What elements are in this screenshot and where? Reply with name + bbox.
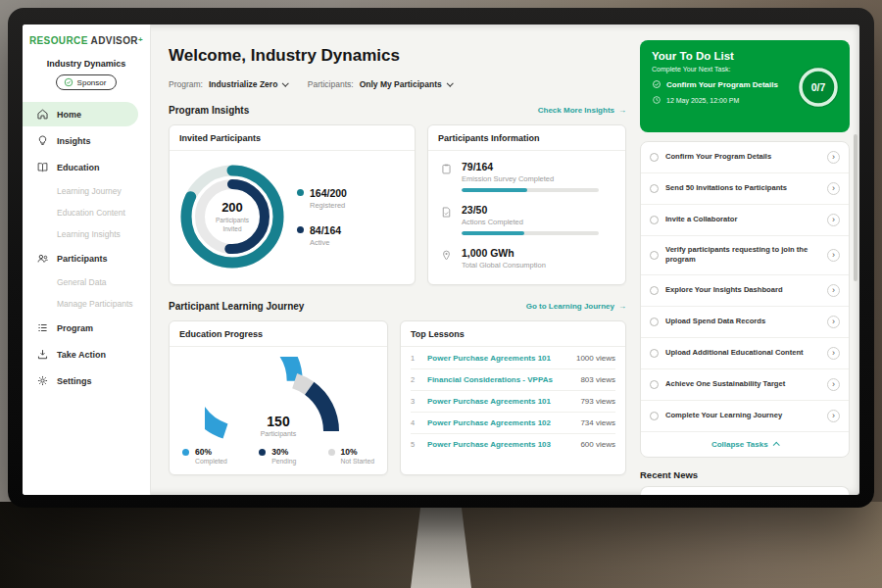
take-action-icon <box>36 348 49 361</box>
lesson-link[interactable]: Financial Considerations - VPPAs <box>427 375 571 384</box>
sidebar-item-education-content[interactable]: Education Content <box>23 203 150 222</box>
task-row[interactable]: Verify participants requesting to join t… <box>641 236 849 275</box>
check-circle-icon <box>652 79 662 89</box>
main-content: Welcome, Industry Dynamics Program: Indu… <box>151 24 640 495</box>
sidebar-item-learning-journey[interactable]: Learning Journey <box>23 181 150 201</box>
participants-select[interactable]: Only My Participants <box>360 79 453 89</box>
legend-dot <box>259 449 266 456</box>
sponsor-badge: Sponsor <box>56 74 118 90</box>
top-lessons-list: 1 Power Purchase Agreements 101 1000 vie… <box>401 347 625 459</box>
task-checkbox[interactable] <box>650 184 659 193</box>
stat-row: 1,000 GWh Total Global Consumption <box>440 247 613 274</box>
sidebar: RESOURCE ADVISOR+ Industry Dynamics Spon… <box>23 24 151 495</box>
lesson-row: 1 Power Purchase Agreements 101 1000 vie… <box>411 348 615 369</box>
org-name: Industry Dynamics <box>23 59 150 69</box>
task-list: Confirm Your Program Details › Send 50 I… <box>641 142 849 432</box>
task-chevron-icon[interactable]: › <box>827 347 840 360</box>
todo-next-task: Confirm Your Program Details <box>652 79 787 89</box>
task-row[interactable]: Achieve One Sustainability Target › <box>641 369 849 401</box>
task-chevron-icon[interactable]: › <box>827 249 840 262</box>
sidebar-item-program[interactable]: Program <box>23 316 150 340</box>
task-chevron-icon[interactable]: › <box>827 151 840 164</box>
sidebar-item-learning-insights[interactable]: Learning Insights <box>23 224 150 244</box>
todo-progress-ring: 0/7 <box>796 65 841 110</box>
lesson-row: 3 Power Purchase Agreements 101 793 view… <box>411 391 615 413</box>
invited-legend: 164/200 Registered 84/164 Active <box>297 187 347 247</box>
program-select[interactable]: Industrialize Zero <box>209 79 288 89</box>
participants-information-card: Participants Information 79/164 Emission… <box>427 124 626 285</box>
page-title: Welcome, Industry Dynamics <box>169 46 626 66</box>
lesson-link[interactable]: Power Purchase Agreements 101 <box>427 354 567 363</box>
chevron-down-icon <box>447 79 453 85</box>
collapse-tasks-button[interactable]: Collapse Tasks <box>641 432 849 457</box>
info-card-title: Participants Information <box>428 125 625 151</box>
todo-progress-text: 0/7 <box>796 65 841 110</box>
lesson-link[interactable]: Power Purchase Agreements 102 <box>427 418 571 427</box>
task-checkbox[interactable] <box>650 412 659 420</box>
lesson-link[interactable]: Power Purchase Agreements 103 <box>427 440 571 449</box>
go-to-learning-journey-link[interactable]: Go to Learning Journey → <box>526 302 626 311</box>
chevron-up-icon <box>773 442 779 448</box>
sidebar-item-settings[interactable]: Settings <box>23 368 150 393</box>
participants-icon <box>36 252 49 265</box>
legend-dot <box>182 449 189 456</box>
sidebar-item-take-action[interactable]: Take Action <box>23 342 150 367</box>
recent-news-title: Recent News <box>640 469 850 480</box>
program-insights-title: Program Insights <box>169 105 249 116</box>
task-checkbox[interactable] <box>650 251 659 260</box>
sponsor-label: Sponsor <box>77 78 107 87</box>
sidebar-nav: Home Insights Education Learning Journey… <box>23 102 150 393</box>
check-more-insights-link[interactable]: Check More Insights → <box>538 106 626 115</box>
lesson-row: 4 Power Purchase Agreements 102 734 view… <box>411 413 615 434</box>
task-checkbox[interactable] <box>650 380 659 389</box>
sidebar-item-home[interactable]: Home <box>23 102 138 126</box>
task-row[interactable]: Complete Your Learning Journey › <box>641 401 849 432</box>
participants-info-stats: 79/164 Emission Survey Completed 23/50 A… <box>428 151 625 284</box>
chevron-down-icon <box>282 79 288 85</box>
task-chevron-icon[interactable]: › <box>827 410 840 422</box>
monitor-bezel: RESOURCE ADVISOR+ Industry Dynamics Spon… <box>8 8 874 508</box>
task-chevron-icon[interactable]: › <box>827 182 840 195</box>
legend-dot <box>297 189 304 196</box>
location-pin-icon <box>440 247 453 274</box>
task-row[interactable]: Upload Additional Educational Content › <box>641 338 849 369</box>
task-checkbox[interactable] <box>650 216 659 224</box>
task-checkbox[interactable] <box>650 349 659 358</box>
task-chevron-icon[interactable]: › <box>827 378 840 391</box>
filter-bar: Program: Industrialize Zero Participants… <box>169 79 626 89</box>
stat-row: 79/164 Emission Survey Completed <box>440 161 613 192</box>
task-row[interactable]: Explore Your Insights Dashboard › <box>641 275 849 307</box>
sidebar-item-insights[interactable]: Insights <box>23 128 150 153</box>
home-icon <box>36 108 49 121</box>
task-checkbox[interactable] <box>650 153 659 162</box>
task-row[interactable]: Invite a Collaborator › <box>641 205 849 236</box>
task-row[interactable]: Upload Spend Data Records › <box>641 307 849 338</box>
top-lessons-card: Top Lessons 1 Power Purchase Agreements … <box>400 320 626 475</box>
sidebar-item-participants[interactable]: Participants <box>23 246 150 270</box>
arrow-right-icon: → <box>618 302 626 311</box>
program-icon <box>36 321 49 334</box>
task-list-card: Confirm Your Program Details › Send 50 I… <box>640 141 850 458</box>
invited-card-title: Invited Participants <box>170 125 415 151</box>
education-legend: 60% Completed 30% Pending 10% Not Starte… <box>179 447 377 465</box>
task-checkbox[interactable] <box>650 318 659 326</box>
sidebar-item-education[interactable]: Education <box>23 155 150 179</box>
task-row[interactable]: Send 50 Invitations to Participants › <box>641 173 849 205</box>
task-chevron-icon[interactable]: › <box>827 284 840 297</box>
learning-journey-title: Participant Learning Journey <box>169 301 304 312</box>
task-checkbox[interactable] <box>650 286 659 295</box>
lesson-row: 5 Power Purchase Agreements 103 600 view… <box>411 434 615 455</box>
task-row[interactable]: Confirm Your Program Details › <box>641 142 849 173</box>
task-chevron-icon[interactable]: › <box>827 316 840 328</box>
task-chevron-icon[interactable]: › <box>827 214 840 226</box>
legend-item: 10% Not Started <box>328 447 374 465</box>
top-lessons-title: Top Lessons <box>401 321 625 347</box>
lesson-row: 2 Financial Considerations - VPPAs 803 v… <box>411 369 615 391</box>
sidebar-item-general-data[interactable]: General Data <box>23 272 150 292</box>
sidebar-item-manage-participants[interactable]: Manage Participants <box>23 294 150 314</box>
insights-icon <box>36 134 49 147</box>
gauge-center-value: 150 <box>205 414 352 429</box>
scrollbar-thumb[interactable] <box>854 134 858 281</box>
education-card-title: Education Progress <box>170 321 387 347</box>
lesson-link[interactable]: Power Purchase Agreements 101 <box>427 397 571 406</box>
